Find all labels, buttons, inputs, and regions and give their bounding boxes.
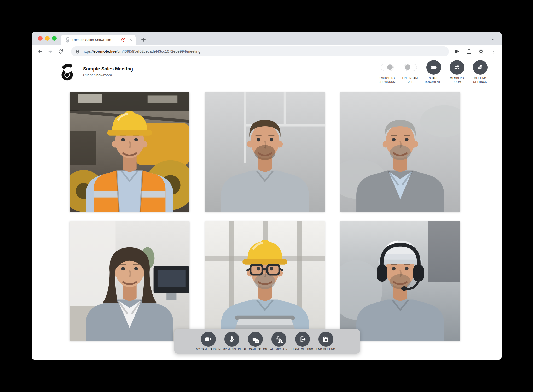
meeting-settings-button-area [473, 60, 488, 75]
my-camera-button-circle[interactable] [201, 332, 216, 347]
toggle-knob [405, 64, 410, 70]
meeting-settings-button[interactable] [473, 60, 488, 75]
mic-icon [228, 335, 236, 343]
app-logo [60, 63, 74, 81]
window-controls [38, 36, 57, 41]
participant-man-gray-suit [340, 92, 460, 212]
browser-window: Remote Salon Showroom [32, 32, 502, 360]
tab-title: Remote Salon Showroom [72, 38, 121, 42]
members-room-button[interactable] [450, 60, 464, 75]
address-bar[interactable]: https://roomote.live/cm/f69f595ef02cecad… [71, 46, 449, 56]
tab-recording-indicator [121, 38, 125, 42]
chevron-down-icon[interactable] [490, 37, 496, 43]
switch-to-showroom-toggle-area [381, 60, 394, 75]
meeting-settings-button-label: MEETINGSETTINGS [473, 76, 487, 84]
close-window-button[interactable] [38, 36, 43, 41]
bookmark-star-icon[interactable] [478, 49, 484, 54]
switch-to-showroom-toggle-label: SWITCH TOSHOWROOM [379, 76, 395, 84]
url-text: https://roomote.live/cm/f69f595ef02cecad… [83, 49, 200, 54]
url-domain: roomote.live [94, 49, 117, 54]
folder-open-icon [430, 64, 437, 71]
new-tab-button[interactable] [140, 37, 147, 43]
leave-meeting-button[interactable]: LEAVE MEETING [291, 332, 314, 351]
back-icon[interactable] [37, 49, 43, 54]
end-meeting-button[interactable]: END MEETING [314, 332, 338, 351]
my-mic-button-label: MY MIC IS ON [223, 348, 241, 351]
participant-woman-blazer [70, 221, 189, 341]
members-icon [453, 64, 460, 71]
camera-icon [204, 335, 212, 343]
toggle-knob [387, 64, 393, 70]
browser-menu-icon[interactable] [490, 49, 496, 54]
members-room-button-label: MEMBERSROOM [450, 76, 464, 84]
end-meeting-button-label: END MEETING [316, 348, 335, 351]
share-documents-button[interactable] [426, 60, 441, 75]
freeroam-toggle[interactable] [404, 64, 417, 71]
all-cameras-button-label: ALL CAMERAS ON [244, 348, 267, 351]
tab-strip: Remote Salon Showroom [32, 32, 502, 45]
all-mics-button-label: ALL MICS ON [270, 348, 287, 351]
reload-icon[interactable] [58, 49, 63, 54]
site-favicon-icon [65, 37, 70, 43]
all-mics-icon [275, 335, 283, 343]
my-mic-button[interactable]: MY MIC IS ON [220, 332, 244, 351]
my-camera-button[interactable]: MY CAMERA IS ON [196, 332, 220, 351]
share-documents-button: SHAREDOCUMENTS [422, 60, 445, 84]
switch-to-showroom-toggle[interactable] [381, 64, 394, 71]
my-camera-button-label: MY CAMERA IS ON [196, 348, 221, 351]
minimize-window-button[interactable] [45, 36, 50, 41]
freeroam-toggle-area [404, 60, 417, 75]
leave-meeting-button-label: LEAVE MEETING [291, 348, 313, 351]
freeroam-toggle-label: FREEROAM:OFF [402, 76, 419, 84]
meeting-title: Sample Sales Meeting [83, 66, 133, 72]
end-meeting-button-circle[interactable] [318, 332, 333, 347]
app-header: Sample Sales Meeting Client Showroom SWI… [32, 58, 502, 85]
members-room-button: MEMBERSROOM [445, 60, 468, 84]
toolbar-actions [454, 49, 496, 54]
meeting-subtitle: Client Showroom [83, 73, 133, 77]
zoom-window-button[interactable] [52, 36, 57, 41]
share-documents-button-label: SHAREDOCUMENTS [425, 76, 442, 84]
leave-icon [298, 335, 306, 343]
all-mics-button[interactable]: ALL MICS ON [267, 332, 291, 351]
url-path: /cm/f69f595ef02cecadef43cc1072e5e994/mee… [117, 49, 201, 54]
participant-worker-hard-hat-vest [70, 92, 189, 212]
meeting-title-block: Sample Sales Meeting Client Showroom [83, 66, 133, 77]
meeting-app: Sample Sales Meeting Client Showroom SWI… [32, 58, 502, 360]
meeting-settings-button: MEETINGSETTINGS [468, 60, 492, 84]
share-documents-button-area [426, 60, 441, 75]
all-mics-button-circle[interactable] [271, 332, 286, 347]
all-cameras-button-circle[interactable] [248, 332, 263, 347]
participant-worker-helmet-headset [340, 221, 460, 341]
video-grid [70, 92, 460, 341]
my-mic-button-circle[interactable] [224, 332, 239, 347]
camera-toolbar-icon[interactable] [454, 49, 460, 54]
url-scheme: https:// [83, 49, 94, 54]
forward-icon[interactable] [48, 49, 53, 54]
leave-meeting-button-circle[interactable] [295, 332, 310, 347]
screen: Remote Salon Showroom [0, 0, 533, 392]
meeting-control-bar: MY CAMERA IS ON MY MIC IS ON ALL CAMERAS… [174, 329, 360, 354]
header-controls: SWITCH TOSHOWROOMFREEROAM:OFF SHAREDOCUM… [375, 60, 492, 84]
browser-tab[interactable]: Remote Salon Showroom [61, 35, 136, 45]
settings-sliders-icon [477, 64, 484, 71]
all-cameras-button[interactable]: ALL CAMERAS ON [244, 332, 267, 351]
browser-toolbar: https://roomote.live/cm/f69f595ef02cecad… [32, 45, 502, 58]
freeroam-toggle: FREEROAM:OFF [399, 60, 422, 84]
members-room-button-area [450, 60, 464, 75]
tab-close-icon[interactable] [129, 38, 133, 42]
participant-worker-glasses-hat [205, 221, 325, 341]
switch-to-showroom-toggle: SWITCH TOSHOWROOM [375, 60, 399, 84]
calendar-x-icon [322, 335, 330, 343]
share-icon[interactable] [466, 49, 472, 54]
participant-man-gray-shirt [205, 92, 325, 212]
globe-icon [75, 49, 80, 54]
all-cameras-icon [251, 335, 259, 343]
